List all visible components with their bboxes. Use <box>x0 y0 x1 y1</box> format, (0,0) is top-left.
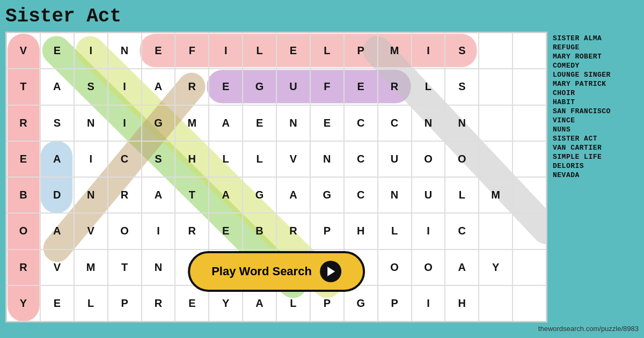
word-item-13: SIMPLE LIFE <box>553 153 639 161</box>
cell-4-3: R <box>108 177 142 213</box>
cell-0-2: I <box>74 33 108 69</box>
cell-5-13: C <box>445 213 479 249</box>
page-title: Sister Act <box>5 5 639 27</box>
cell-1-4: A <box>142 69 175 105</box>
cell-5-11: L <box>378 213 412 249</box>
word-item-10: NUNS <box>553 126 639 134</box>
cell-1-10: E <box>344 69 378 105</box>
cell-4-12: U <box>412 177 445 213</box>
cell-6-4: N <box>142 249 175 285</box>
word-item-9: VINCE <box>553 116 639 124</box>
cell-2-14 <box>479 105 513 141</box>
play-icon <box>320 261 341 282</box>
cell-0-4: E <box>142 33 175 69</box>
cell-4-0: B <box>6 177 40 213</box>
cell-0-6: I <box>209 33 243 69</box>
cell-2-4: G <box>142 105 175 141</box>
play-button[interactable]: Play Word Search <box>188 251 365 292</box>
cell-1-14 <box>479 69 513 105</box>
cell-7-2: L <box>74 285 108 321</box>
cell-3-9: N <box>310 141 344 177</box>
word-item-3: COMEDY <box>553 62 639 70</box>
cell-0-13: S <box>445 33 479 69</box>
cell-6-0: R <box>6 249 40 285</box>
cell-0-0: V <box>6 33 40 69</box>
cell-2-0: R <box>6 105 40 141</box>
cell-1-6: E <box>209 69 243 105</box>
cell-3-12: O <box>412 141 445 177</box>
cell-5-7: B <box>243 213 276 249</box>
cell-7-15 <box>513 285 546 321</box>
cell-5-8: R <box>276 213 310 249</box>
cell-2-2: N <box>74 105 108 141</box>
word-item-14: DELORIS <box>553 162 639 170</box>
cell-6-15 <box>513 249 546 285</box>
cell-3-2: I <box>74 141 108 177</box>
cell-3-13: O <box>445 141 479 177</box>
cell-3-14 <box>479 141 513 177</box>
word-item-0: SISTER ALMA <box>553 34 639 42</box>
cell-3-6: L <box>209 141 243 177</box>
word-item-2: MARY ROBERT <box>553 53 639 61</box>
cell-3-8: V <box>276 141 310 177</box>
cell-1-9: F <box>310 69 344 105</box>
cell-7-14 <box>479 285 513 321</box>
cell-1-1: A <box>40 69 74 105</box>
cell-1-3: I <box>108 69 142 105</box>
cell-2-5: M <box>175 105 209 141</box>
content-area: VEINEFILELPMISTASIAREGUFERLSRSNIGMAENECC… <box>5 32 639 322</box>
cell-7-0: Y <box>6 285 40 321</box>
cell-6-11: O <box>378 249 412 285</box>
cell-3-1: A <box>40 141 74 177</box>
cell-0-15 <box>513 33 546 69</box>
word-item-4: LOUNGE SINGER <box>553 71 639 79</box>
cell-4-13: L <box>445 177 479 213</box>
cell-0-11: M <box>378 33 412 69</box>
cell-4-2: N <box>74 177 108 213</box>
word-item-7: HABIT <box>553 98 639 106</box>
cell-2-6: A <box>209 105 243 141</box>
cell-7-13: H <box>445 285 479 321</box>
puzzle-container: VEINEFILELPMISTASIAREGUFERLSRSNIGMAENECC… <box>5 32 547 322</box>
word-item-8: SAN FRANCISCO <box>553 107 639 115</box>
cell-3-5: H <box>175 141 209 177</box>
cell-5-12: I <box>412 213 445 249</box>
cell-5-2: V <box>74 213 108 249</box>
cell-0-7: L <box>243 33 276 69</box>
cell-2-13: N <box>445 105 479 141</box>
cell-7-4: R <box>142 285 175 321</box>
cell-3-4: S <box>142 141 175 177</box>
cell-6-14: Y <box>479 249 513 285</box>
cell-3-11: U <box>378 141 412 177</box>
cell-1-0: T <box>6 69 40 105</box>
word-item-6: CHOIR <box>553 89 639 97</box>
cell-1-13: S <box>445 69 479 105</box>
cell-6-1: V <box>40 249 74 285</box>
cell-0-1: E <box>40 33 74 69</box>
cell-1-7: G <box>243 69 276 105</box>
cell-2-1: S <box>40 105 74 141</box>
cell-7-12: I <box>412 285 445 321</box>
cell-2-12: N <box>412 105 445 141</box>
cell-5-14 <box>479 213 513 249</box>
cell-3-15 <box>513 141 546 177</box>
word-item-15: NEVADA <box>553 171 639 179</box>
cell-4-15 <box>513 177 546 213</box>
cell-2-11: C <box>378 105 412 141</box>
cell-3-10: C <box>344 141 378 177</box>
cell-5-3: O <box>108 213 142 249</box>
cell-7-11: P <box>378 285 412 321</box>
cell-7-3: P <box>108 285 142 321</box>
cell-4-5: T <box>175 177 209 213</box>
cell-5-15 <box>513 213 546 249</box>
cell-6-3: T <box>108 249 142 285</box>
cell-0-5: F <box>175 33 209 69</box>
cell-5-5: R <box>175 213 209 249</box>
word-item-11: SISTER ACT <box>553 135 639 143</box>
cell-5-4: I <box>142 213 175 249</box>
cell-0-12: I <box>412 33 445 69</box>
cell-1-15 <box>513 69 546 105</box>
cell-1-11: R <box>378 69 412 105</box>
cell-4-8: A <box>276 177 310 213</box>
cell-3-7: L <box>243 141 276 177</box>
